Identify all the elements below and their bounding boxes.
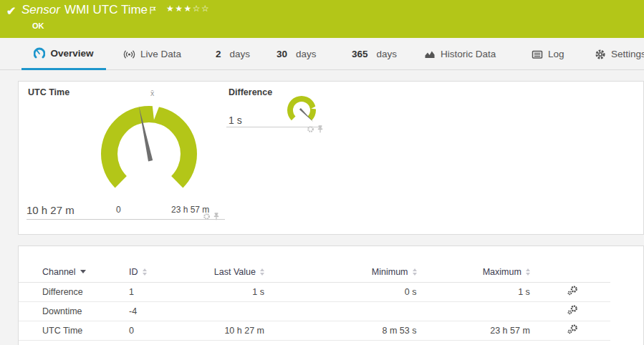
tab-label: Log [548,49,564,59]
minimum-cell: 8 m 53 s [270,321,422,340]
gauge-pin-icon[interactable] [213,210,220,223]
sensor-title: WMI UTC Time [64,3,148,17]
difference-block-divider [226,127,321,127]
utc-time-scale-min: 0 [116,205,121,215]
tab-historic-data[interactable]: Historic Data [424,38,496,70]
sort-icon [143,268,147,276]
tab-overview[interactable]: Overview [21,38,106,70]
tab-365-days[interactable]: 365days [352,38,397,70]
column-header-id[interactable]: ID [128,262,199,282]
tab-log[interactable]: Log [532,38,564,70]
maximum-cell: 1 s [423,282,536,301]
minimum-cell: 0 s [270,282,422,301]
tab-label: Overview [50,48,93,59]
column-header-last-value[interactable]: Last Value [199,262,270,282]
id-cell: 1 [128,282,199,301]
difference-value: 1 s [229,115,242,126]
tab-2-days[interactable]: 2days [216,38,250,70]
maximum-cell: 23 h 57 m [423,321,536,340]
channel-settings-button[interactable] [536,321,610,340]
sort-desc-icon [80,270,86,273]
priority-flag-icon[interactable] [150,4,156,18]
tab-label: 30 [277,49,287,59]
tab-label: Live Data [140,49,181,59]
id-cell: 0 [128,321,199,340]
gauge-settings-gear-icon[interactable] [203,210,211,223]
tab-label: 2 [216,49,221,59]
channel-table: Channel ID Last Value Minimum Maximum Di… [19,262,610,341]
gear-icon [595,49,606,60]
sensor-status-text: OK [32,21,44,30]
channel-cell: Downtime [19,301,128,321]
table-row[interactable]: UTC Time010 h 27 m8 m 53 s23 h 57 m [19,321,610,340]
minimum-cell [270,301,422,321]
log-list-icon [532,49,543,59]
channel-gears-icon [567,324,578,334]
difference-gauge-title: Difference [229,87,272,97]
utc-time-block-divider [27,219,225,220]
channel-table-panel: Channel ID Last Value Minimum Maximum Di… [18,246,644,345]
tab-label: 365 [352,49,368,59]
star-rating[interactable]: ★★★☆☆ [166,4,210,14]
id-cell: -4 [128,301,199,321]
live-data-icon [123,49,135,60]
table-row[interactable]: Downtime-4 [19,301,610,321]
table-header-row: Channel ID Last Value Minimum Maximum [19,262,610,282]
channel-gears-icon [567,305,578,315]
sensor-type-label: Sensor [21,3,60,17]
area-chart-icon [424,49,436,59]
sort-icon [260,268,264,276]
utc-time-value: 10 h 27 m [27,204,75,216]
tab-live-data[interactable]: Live Data [123,38,181,70]
utc-time-gauge-title: UTC Time [28,87,69,97]
channel-gears-icon [567,286,578,296]
tab-label: Settings [611,49,644,59]
tab-label: Historic Data [441,49,496,59]
channel-cell: Difference [19,282,128,301]
sort-icon [526,268,530,276]
status-check-icon: ✔ [6,4,16,18]
channel-cell: UTC Time [19,321,128,340]
utc-time-gauge [88,90,210,198]
column-header-minimum[interactable]: Minimum [270,262,422,282]
tab-bar: Overview Live Data 2days 30days 365days … [0,38,644,70]
tab-30-days[interactable]: 30days [277,38,317,70]
gauge-pin-icon[interactable] [317,123,324,136]
sensor-status-bar: ✔ Sensor WMI UTC Time ★★★☆☆ OK [0,0,644,38]
maximum-cell [423,301,536,321]
last-value-cell: 10 h 27 m [199,321,270,340]
column-header-actions [536,262,610,282]
last-value-cell [199,301,270,321]
last-value-cell: 1 s [199,282,270,301]
column-header-maximum[interactable]: Maximum [423,262,536,282]
gauge-settings-gear-icon[interactable] [307,123,314,136]
gauges-panel: UTC Time x̄ 10 h 27 m 0 23 h 57 m Differ… [18,81,644,235]
tab-settings[interactable]: Settings [595,38,644,70]
channel-settings-button[interactable] [536,282,610,301]
channel-settings-button[interactable] [536,301,610,321]
sort-icon [413,268,417,276]
column-header-channel[interactable]: Channel [19,262,128,282]
channel-table-body: Difference11 s0 s1 sDowntime-4UTC Time01… [19,282,610,340]
gauge-icon [34,47,45,59]
table-row[interactable]: Difference11 s0 s1 s [19,282,610,301]
